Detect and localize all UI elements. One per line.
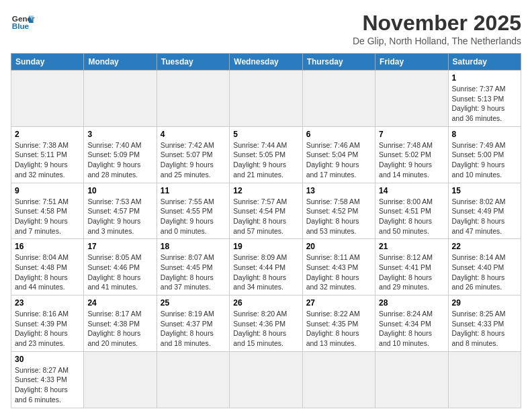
empty-cell <box>302 71 375 127</box>
day-3: 3 Sunrise: 7:40 AM Sunset: 5:09 PM Dayli… <box>84 126 157 183</box>
empty-cell <box>84 351 157 408</box>
header-wednesday: Wednesday <box>230 54 302 71</box>
day-7: 7 Sunrise: 7:48 AM Sunset: 5:02 PM Dayli… <box>375 126 448 183</box>
calendar-table: Sunday Monday Tuesday Wednesday Thursday… <box>11 53 521 408</box>
day-16: 16 Sunrise: 8:04 AM Sunset: 4:48 PM Dayl… <box>11 239 84 295</box>
day-27: 27 Sunrise: 8:22 AM Sunset: 4:35 PM Dayl… <box>302 295 375 352</box>
day-23: 23 Sunrise: 8:16 AM Sunset: 4:39 PM Dayl… <box>11 295 84 352</box>
header-friday: Friday <box>375 54 448 71</box>
empty-cell <box>157 351 229 408</box>
header-tuesday: Tuesday <box>157 54 229 71</box>
empty-cell <box>84 71 157 127</box>
day-28: 28 Sunrise: 8:24 AM Sunset: 4:34 PM Dayl… <box>375 295 448 352</box>
day-1-info: Sunrise: 7:37 AM Sunset: 5:13 PM Dayligh… <box>452 85 506 122</box>
week-row-5: 23 Sunrise: 8:16 AM Sunset: 4:39 PM Dayl… <box>11 295 521 352</box>
day-25: 25 Sunrise: 8:19 AM Sunset: 4:37 PM Dayl… <box>157 295 229 352</box>
day-17: 17 Sunrise: 8:05 AM Sunset: 4:46 PM Dayl… <box>84 239 157 295</box>
day-8: 8 Sunrise: 7:49 AM Sunset: 5:00 PM Dayli… <box>448 126 521 183</box>
day-29: 29 Sunrise: 8:25 AM Sunset: 4:33 PM Dayl… <box>448 295 521 352</box>
day-10: 10 Sunrise: 7:53 AM Sunset: 4:57 PM Dayl… <box>84 183 157 239</box>
day-15: 15 Sunrise: 8:02 AM Sunset: 4:49 PM Dayl… <box>448 183 521 239</box>
day-5: 5 Sunrise: 7:44 AM Sunset: 5:05 PM Dayli… <box>230 126 302 183</box>
location: De Glip, North Holland, The Netherlands <box>353 36 521 46</box>
day-26: 26 Sunrise: 8:20 AM Sunset: 4:36 PM Dayl… <box>230 295 302 352</box>
header-monday: Monday <box>84 54 157 71</box>
week-row-2: 2 Sunrise: 7:38 AM Sunset: 5:11 PM Dayli… <box>11 126 521 183</box>
day-30: 30 Sunrise: 8:27 AM Sunset: 4:33 PM Dayl… <box>11 351 84 408</box>
empty-cell <box>230 351 302 408</box>
month-title: November 2025 <box>353 11 521 36</box>
day-14: 14 Sunrise: 8:00 AM Sunset: 4:51 PM Dayl… <box>375 183 448 239</box>
day-20: 20 Sunrise: 8:11 AM Sunset: 4:43 PM Dayl… <box>302 239 375 295</box>
day-21: 21 Sunrise: 8:12 AM Sunset: 4:41 PM Dayl… <box>375 239 448 295</box>
day-24: 24 Sunrise: 8:17 AM Sunset: 4:38 PM Dayl… <box>84 295 157 352</box>
empty-cell <box>157 71 229 127</box>
empty-cell <box>302 351 375 408</box>
week-row-1: 1 Sunrise: 7:37 AM Sunset: 5:13 PM Dayli… <box>11 71 521 127</box>
empty-cell <box>11 71 84 127</box>
header-thursday: Thursday <box>302 54 375 71</box>
day-19: 19 Sunrise: 8:09 AM Sunset: 4:44 PM Dayl… <box>230 239 302 295</box>
day-22: 22 Sunrise: 8:14 AM Sunset: 4:40 PM Dayl… <box>448 239 521 295</box>
logo: General Blue <box>11 11 35 35</box>
header-saturday: Saturday <box>448 54 521 71</box>
day-4: 4 Sunrise: 7:42 AM Sunset: 5:07 PM Dayli… <box>157 126 229 183</box>
logo-icon: General Blue <box>11 11 35 35</box>
day-18: 18 Sunrise: 8:07 AM Sunset: 4:45 PM Dayl… <box>157 239 229 295</box>
empty-cell <box>448 351 521 408</box>
day-11: 11 Sunrise: 7:55 AM Sunset: 4:55 PM Dayl… <box>157 183 229 239</box>
title-block: November 2025 De Glip, North Holland, Th… <box>353 11 521 46</box>
day-6: 6 Sunrise: 7:46 AM Sunset: 5:04 PM Dayli… <box>302 126 375 183</box>
day-13: 13 Sunrise: 7:58 AM Sunset: 4:52 PM Dayl… <box>302 183 375 239</box>
week-row-4: 16 Sunrise: 8:04 AM Sunset: 4:48 PM Dayl… <box>11 239 521 295</box>
page-header: General Blue November 2025 De Glip, Nort… <box>11 11 521 46</box>
weekday-header-row: Sunday Monday Tuesday Wednesday Thursday… <box>11 54 521 71</box>
week-row-3: 9 Sunrise: 7:51 AM Sunset: 4:58 PM Dayli… <box>11 183 521 239</box>
svg-text:Blue: Blue <box>12 21 30 30</box>
day-1: 1 Sunrise: 7:37 AM Sunset: 5:13 PM Dayli… <box>448 71 521 127</box>
week-row-6: 30 Sunrise: 8:27 AM Sunset: 4:33 PM Dayl… <box>11 351 521 408</box>
header-sunday: Sunday <box>11 54 84 71</box>
day-12: 12 Sunrise: 7:57 AM Sunset: 4:54 PM Dayl… <box>230 183 302 239</box>
day-9: 9 Sunrise: 7:51 AM Sunset: 4:58 PM Dayli… <box>11 183 84 239</box>
day-2: 2 Sunrise: 7:38 AM Sunset: 5:11 PM Dayli… <box>11 126 84 183</box>
empty-cell <box>375 71 448 127</box>
empty-cell <box>375 351 448 408</box>
empty-cell <box>230 71 302 127</box>
